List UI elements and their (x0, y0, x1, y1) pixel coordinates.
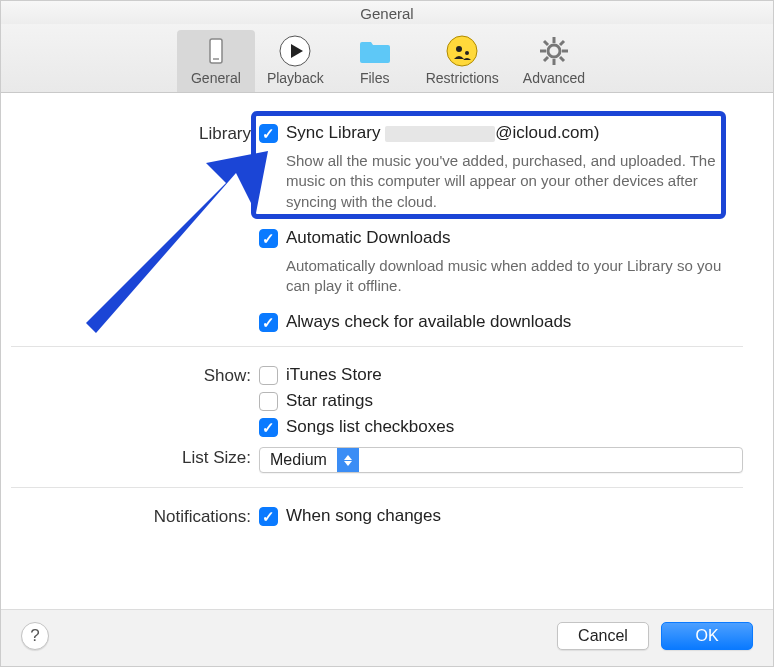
show-label: Show: (11, 365, 259, 386)
itunes-store-checkbox[interactable] (259, 366, 278, 385)
check-downloads-label: Always check for available downloads (286, 312, 571, 332)
star-ratings-label: Star ratings (286, 391, 373, 411)
section-library: Library Sync Library @icloud.com) Show a… (11, 123, 743, 332)
svg-rect-1 (213, 58, 219, 60)
play-icon (278, 34, 312, 68)
auto-downloads-desc: Automatically download music when added … (286, 256, 726, 297)
help-button[interactable]: ? (21, 622, 49, 650)
sync-library-checkbox[interactable] (259, 124, 278, 143)
check-downloads-checkbox[interactable] (259, 313, 278, 332)
divider (11, 487, 743, 488)
general-icon (199, 34, 233, 68)
auto-downloads-row: Automatic Downloads (259, 228, 743, 248)
svg-line-13 (560, 41, 564, 45)
star-ratings-checkbox[interactable] (259, 392, 278, 411)
tab-label: Playback (267, 70, 324, 86)
folder-icon (358, 34, 392, 68)
check-downloads-row: Always check for available downloads (259, 312, 743, 332)
tab-label: Restrictions (426, 70, 499, 86)
gear-icon (537, 34, 571, 68)
songs-list-checkbox[interactable] (259, 418, 278, 437)
tab-label: Files (360, 70, 390, 86)
svg-point-3 (447, 36, 477, 66)
toolbar-tabs: General Playback Files Restrictions Adva… (1, 24, 773, 93)
list-size-label: List Size: (11, 447, 259, 468)
cancel-button[interactable]: Cancel (557, 622, 649, 650)
svg-point-6 (548, 45, 560, 57)
tab-playback[interactable]: Playback (255, 30, 336, 92)
svg-point-4 (456, 46, 462, 52)
tab-files[interactable]: Files (336, 30, 414, 92)
tab-label: General (191, 70, 241, 86)
svg-line-11 (544, 41, 548, 45)
tab-label: Advanced (523, 70, 585, 86)
stepper-arrows-icon (337, 448, 359, 472)
list-size-value: Medium (260, 451, 337, 469)
section-list-size: List Size: Medium (11, 447, 743, 473)
list-size-select[interactable]: Medium (259, 447, 743, 473)
song-changes-checkbox[interactable] (259, 507, 278, 526)
sync-library-row: Sync Library @icloud.com) (259, 123, 743, 143)
tab-general[interactable]: General (177, 30, 255, 92)
song-changes-label: When song changes (286, 506, 441, 526)
sync-library-desc: Show all the music you've added, purchas… (286, 151, 726, 212)
songs-list-label: Songs list checkboxes (286, 417, 454, 437)
footer: ? Cancel OK (1, 609, 773, 666)
content-pane: Library Sync Library @icloud.com) Show a… (1, 93, 773, 609)
auto-downloads-checkbox[interactable] (259, 229, 278, 248)
sync-library-label: Sync Library @icloud.com) (286, 123, 599, 143)
divider (11, 346, 743, 347)
itunes-store-label: iTunes Store (286, 365, 382, 385)
window-title: General (1, 1, 773, 24)
auto-downloads-label: Automatic Downloads (286, 228, 450, 248)
library-label: Library (11, 123, 259, 144)
section-show: Show: iTunes Store Star ratings Songs li… (11, 365, 743, 437)
ok-button[interactable]: OK (661, 622, 753, 650)
tab-advanced[interactable]: Advanced (511, 30, 597, 92)
restrictions-icon (445, 34, 479, 68)
svg-line-12 (560, 57, 564, 61)
preferences-window: General General Playback Files Restricti… (0, 0, 774, 667)
section-notifications: Notifications: When song changes (11, 506, 743, 527)
tab-restrictions[interactable]: Restrictions (414, 30, 511, 92)
notifications-label: Notifications: (11, 506, 259, 527)
svg-line-14 (544, 57, 548, 61)
redacted-email (385, 126, 495, 142)
svg-point-5 (465, 51, 469, 55)
